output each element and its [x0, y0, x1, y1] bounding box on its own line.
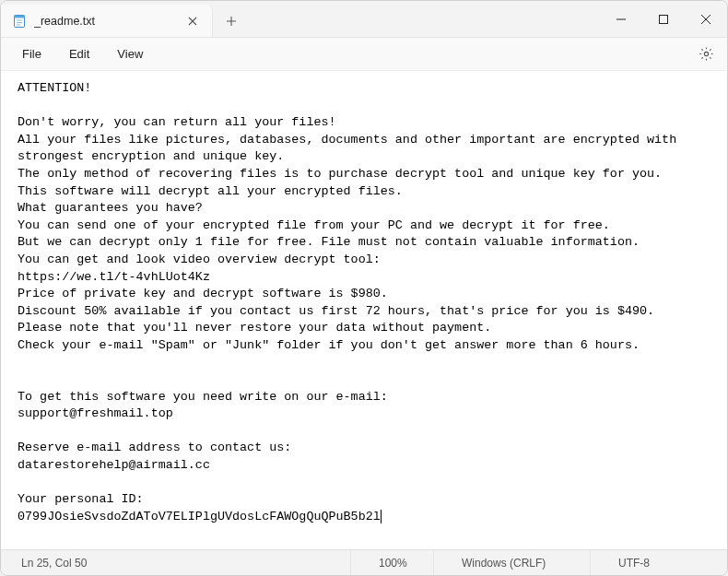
text-content: ATTENTION! Don't worry, you can return a…	[18, 81, 684, 523]
close-button[interactable]	[685, 1, 727, 37]
notepad-icon	[12, 14, 27, 29]
editor-text[interactable]: ATTENTION! Don't worry, you can return a…	[18, 80, 714, 525]
minimize-button[interactable]	[600, 1, 642, 37]
svg-rect-1	[15, 15, 25, 18]
titlebar: _readme.txt	[1, 1, 727, 38]
window-controls	[600, 1, 727, 37]
status-encoding[interactable]: UTF-8	[591, 550, 720, 575]
menubar: File Edit View	[1, 38, 727, 71]
editor-area[interactable]: ATTENTION! Don't worry, you can return a…	[1, 71, 727, 549]
new-tab-button[interactable]	[213, 5, 250, 37]
menu-file[interactable]: File	[10, 42, 53, 65]
status-line-ending[interactable]: Windows (CRLF)	[434, 550, 591, 575]
tab-title: _readme.txt	[34, 15, 175, 28]
text-caret	[381, 510, 382, 523]
tab-close-button[interactable]	[182, 11, 203, 31]
status-zoom[interactable]: 100%	[351, 550, 434, 575]
tab-active[interactable]: _readme.txt	[1, 5, 213, 37]
menu-view[interactable]: View	[105, 42, 155, 65]
titlebar-drag-region[interactable]	[250, 1, 600, 37]
maximize-button[interactable]	[642, 1, 685, 37]
status-position[interactable]: Ln 25, Col 50	[1, 550, 351, 575]
statusbar: Ln 25, Col 50 100% Windows (CRLF) UTF-8	[1, 549, 727, 575]
svg-point-6	[704, 52, 708, 55]
gear-icon[interactable]	[690, 41, 722, 68]
menu-edit[interactable]: Edit	[57, 42, 101, 65]
svg-rect-5	[660, 15, 668, 23]
notepad-window: _readme.txt File Edit View	[0, 0, 728, 576]
